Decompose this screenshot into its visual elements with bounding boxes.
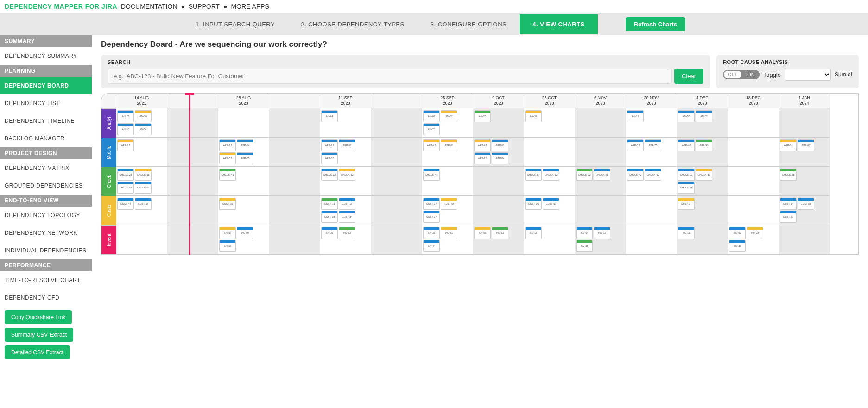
issue-card[interactable]: CHECK-67	[525, 169, 542, 181]
issue-card[interactable]: CUST-69	[543, 198, 559, 210]
top-link[interactable]: DOCUMENTATION	[121, 3, 177, 10]
issue-card[interactable]: CHECK-68	[780, 169, 797, 181]
row-header[interactable]: Custo	[101, 196, 116, 225]
issue-card[interactable]: INV-28	[747, 227, 763, 239]
top-link[interactable]: SUPPORT	[189, 3, 220, 10]
issue-card[interactable]: INV-44	[423, 240, 440, 252]
issue-card[interactable]: APP-48	[678, 139, 695, 151]
search-input[interactable]	[108, 69, 672, 84]
issue-card[interactable]: INV-11	[678, 227, 695, 239]
issue-card[interactable]: CUST-73	[321, 198, 338, 210]
issue-card[interactable]: AN-38▲	[135, 110, 152, 122]
issue-card[interactable]: AN-52	[696, 110, 712, 122]
issue-card[interactable]: AN-64	[321, 110, 338, 122]
sidebar-item[interactable]: DEPENDENCY BOARD	[0, 77, 92, 94]
issue-card[interactable]: INV-52	[339, 227, 355, 239]
rca-select[interactable]	[785, 69, 831, 81]
issue-card[interactable]: INV-63	[474, 227, 491, 239]
issue-card[interactable]: APP-72	[321, 139, 338, 151]
issue-card[interactable]: APP-61	[441, 139, 457, 151]
issue-card[interactable]: APP-42	[474, 139, 491, 151]
issue-card[interactable]: INV-64	[576, 227, 593, 239]
issue-card[interactable]: APP-52	[627, 139, 644, 151]
step-tab[interactable]: 3. CONFIGURE OPTIONS	[418, 14, 520, 34]
issue-card[interactable]: CHECK-58▲	[117, 182, 134, 194]
issue-card[interactable]: INV-62	[729, 227, 746, 239]
step-tab[interactable]: 2. CHOOSE DEPENDENCY TYPES	[288, 14, 417, 34]
issue-card[interactable]: INV-62	[492, 227, 508, 239]
issue-card[interactable]: CHECK-32	[321, 169, 338, 181]
sidebar-item[interactable]: BACKLOG MANAGER	[0, 130, 92, 147]
issue-card[interactable]: APP-67	[339, 139, 355, 151]
issue-card[interactable]: CHECK-48	[423, 169, 440, 181]
issue-card[interactable]: CHECK-42	[627, 169, 644, 181]
step-tab[interactable]: 1. INPUT SEARCH QUERY	[183, 14, 288, 34]
row-header[interactable]: Invent	[101, 225, 116, 254]
issue-card[interactable]: APP-84	[492, 152, 508, 164]
row-header[interactable]: Check	[101, 167, 116, 196]
issue-card[interactable]: AN-57	[441, 110, 457, 122]
issue-card[interactable]: CUST-36	[525, 198, 542, 210]
issue-card[interactable]: AN-25	[474, 110, 491, 122]
issue-card[interactable]: APP-53	[219, 152, 236, 164]
issue-card[interactable]: AN-11	[627, 110, 644, 122]
issue-card[interactable]: CHECK-22	[339, 169, 355, 181]
issue-card[interactable]: APP-61	[492, 139, 508, 151]
issue-card[interactable]: INV-18	[525, 227, 542, 239]
issue-card[interactable]: CUST-27	[423, 198, 440, 210]
issue-card[interactable]: CHECK-41	[219, 169, 236, 181]
issue-card[interactable]: INV-67	[219, 227, 236, 239]
issue-card[interactable]: AN-31	[525, 110, 542, 122]
clear-button[interactable]: Clear	[674, 69, 703, 84]
issue-card[interactable]: AN-73▲	[117, 110, 134, 122]
row-header[interactable]: Mobile	[101, 138, 116, 167]
refresh-charts-button[interactable]: Refresh Charts	[626, 17, 685, 31]
issue-card[interactable]: AN-51▲	[135, 123, 152, 135]
sidebar-button[interactable]: Copy Quickshare Link	[5, 310, 72, 324]
issue-card[interactable]: APP-86	[321, 152, 338, 164]
sidebar-item[interactable]: DEPENDENCY TOPOLOGY	[0, 207, 92, 224]
row-header[interactable]: Analyt	[101, 108, 116, 138]
issue-card[interactable]: CUST-55	[135, 198, 152, 210]
issue-card[interactable]: APP-54	[237, 139, 253, 151]
issue-card[interactable]: AN-62	[423, 110, 440, 122]
issue-card[interactable]: CUST-34	[780, 198, 797, 210]
sidebar-item[interactable]: INDIVIDUAL DEPENDENCIES	[0, 242, 92, 259]
issue-card[interactable]: INV-26	[423, 227, 440, 239]
issue-card[interactable]: CHECK-55▲	[135, 169, 152, 181]
issue-card[interactable]: APP-25	[237, 152, 253, 164]
top-link[interactable]: MORE APPS	[231, 3, 269, 10]
issue-card[interactable]: CUST-57	[780, 211, 797, 223]
issue-card[interactable]: APP-75	[645, 139, 661, 151]
issue-card[interactable]: INV-72	[594, 227, 610, 239]
issue-card[interactable]: CHECK-61▲	[135, 182, 152, 194]
sidebar-item[interactable]: GROUPED DEPENDENCIES	[0, 177, 92, 195]
issue-card[interactable]: CUST-56	[798, 198, 814, 210]
issue-card[interactable]: CUST-75	[219, 198, 236, 210]
issue-card[interactable]: INV-59	[237, 227, 253, 239]
sidebar-item[interactable]: DEPENDENCY NETWORK	[0, 224, 92, 242]
issue-card[interactable]: CUST-15	[339, 198, 355, 210]
issue-card[interactable]: CHECK-62	[543, 169, 559, 181]
issue-card[interactable]: CUST-77	[423, 211, 440, 223]
issue-card[interactable]: INV-55	[219, 240, 236, 252]
issue-card[interactable]: AN-70	[423, 123, 440, 135]
step-tab[interactable]: 4. VIEW CHARTS	[520, 14, 597, 34]
issue-card[interactable]: CUST-77	[678, 198, 695, 210]
sidebar-button[interactable]: Detailed CSV Extract	[5, 345, 70, 359]
issue-card[interactable]: APP-12	[219, 139, 236, 151]
issue-card[interactable]: APP-62▲	[117, 139, 134, 151]
issue-card[interactable]: INV-35	[729, 240, 746, 252]
issue-card[interactable]: CHECK-28▲	[117, 169, 134, 181]
issue-card[interactable]: CHECK-48	[678, 182, 695, 194]
sidebar-item[interactable]: DEPENDENCY TIMELINE	[0, 112, 92, 130]
issue-card[interactable]: CUST-58	[441, 198, 457, 210]
sidebar-item[interactable]: DEPENDENCY SUMMARY	[0, 47, 92, 65]
sidebar-item[interactable]: DEPENDENCY MATRIX	[0, 159, 92, 177]
board-wrap[interactable]: 14 AUG2023 28 AUG2023 11 SEP2023 25 SEP2…	[101, 93, 859, 255]
issue-card[interactable]: CUST-38	[321, 211, 338, 223]
issue-card[interactable]: CHECK-11	[678, 169, 695, 181]
issue-card[interactable]: INV-81	[441, 227, 457, 239]
issue-card[interactable]: APP-75	[474, 152, 491, 164]
issue-card[interactable]: CUST-84	[339, 211, 355, 223]
